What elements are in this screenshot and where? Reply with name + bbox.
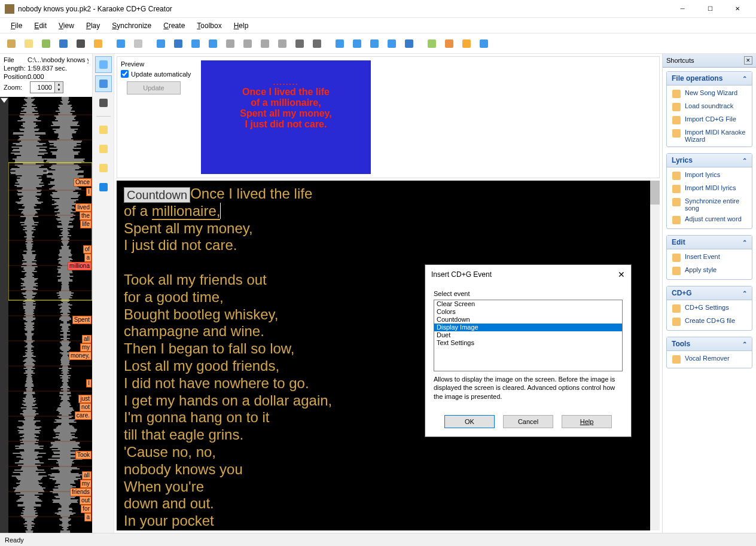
- zoom-up[interactable]: ▲: [55, 82, 63, 87]
- wave-label[interactable]: all: [82, 335, 92, 343]
- wave-label[interactable]: all: [82, 471, 92, 480]
- wave-label[interactable]: for: [81, 505, 92, 513]
- mid-pin-icon[interactable]: [95, 179, 112, 196]
- group-header[interactable]: Edit⌃: [667, 236, 752, 249]
- event-option[interactable]: Duet: [434, 331, 622, 339]
- menu-create[interactable]: Create: [157, 19, 191, 32]
- event-listbox[interactable]: Clear ScreenColorsCountdownDisplay Image…: [434, 300, 623, 371]
- music-icon[interactable]: [90, 36, 106, 51]
- wave-label[interactable]: money,: [69, 352, 92, 360]
- group-header[interactable]: CD+G⌃: [667, 286, 752, 300]
- mic-icon[interactable]: [170, 36, 186, 51]
- undo-icon[interactable]: [113, 36, 129, 51]
- forward-icon[interactable]: [275, 36, 290, 51]
- event-option[interactable]: Clear Screen: [434, 300, 622, 308]
- shortcut-item[interactable]: Import MIDI lyrics: [672, 184, 747, 194]
- mid-bc-icon[interactable]: [95, 56, 112, 73]
- shortcut-item[interactable]: New Song Wizard: [672, 89, 747, 99]
- menu-synchronize[interactable]: Synchronize: [106, 19, 157, 32]
- lyrics-scrollbar[interactable]: [650, 181, 660, 530]
- wave-label[interactable]: I: [86, 379, 92, 388]
- import-icon[interactable]: [384, 36, 400, 51]
- menu-edit[interactable]: Edit: [28, 19, 53, 32]
- cancel-button[interactable]: Cancel: [503, 415, 553, 428]
- burn-icon[interactable]: [459, 36, 474, 51]
- wave-label[interactable]: just: [78, 395, 92, 403]
- menu-view[interactable]: View: [53, 19, 80, 32]
- shortcut-item[interactable]: Apply style: [672, 266, 747, 276]
- menu-toolbox[interactable]: Toolbox: [191, 19, 227, 32]
- event-option[interactable]: Colors: [434, 308, 622, 316]
- update-auto-input[interactable]: [121, 70, 129, 78]
- shortcut-item[interactable]: Synchronize entire song: [672, 197, 747, 212]
- wave-label[interactable]: Once: [74, 178, 92, 187]
- zoom-spinner[interactable]: ▲▼: [30, 81, 63, 93]
- event-option[interactable]: Display Image: [434, 324, 622, 331]
- menu-help[interactable]: Help: [228, 19, 255, 32]
- waveform-track[interactable]: OnceIlivedthelifeofamillionaSpentallmymo…: [0, 97, 92, 533]
- shortcut-item[interactable]: Import lyrics: [672, 171, 747, 181]
- soundtrack-icon[interactable]: [153, 36, 169, 51]
- speaker-icon[interactable]: [309, 36, 325, 51]
- spellcheck-icon[interactable]: [401, 36, 417, 51]
- shortcut-item[interactable]: CD+G Settings: [672, 304, 747, 313]
- shortcut-item[interactable]: Load soundtrack: [672, 102, 747, 112]
- paste-icon[interactable]: [349, 36, 365, 51]
- zoom-down[interactable]: ▼: [55, 87, 63, 93]
- maximize-button[interactable]: ☐: [696, 0, 724, 18]
- wave-label[interactable]: I: [86, 188, 92, 196]
- shortcut-item[interactable]: Import CD+G File: [672, 115, 747, 125]
- wave-label[interactable]: of: [83, 245, 92, 254]
- help-icon[interactable]: [476, 36, 492, 51]
- ok-button[interactable]: OK: [444, 415, 495, 428]
- wave-label[interactable]: a: [84, 254, 92, 262]
- new-icon[interactable]: [21, 36, 36, 51]
- menu-file[interactable]: File: [5, 19, 28, 32]
- rewind-icon[interactable]: [257, 36, 273, 51]
- dialog-close-icon[interactable]: ✕: [618, 270, 625, 279]
- stop-icon[interactable]: [240, 36, 255, 51]
- zoom-input[interactable]: [31, 82, 54, 93]
- wave-label[interactable]: the: [80, 212, 92, 220]
- shortcut-item[interactable]: Create CD+G file: [672, 317, 747, 327]
- help-button[interactable]: Help: [562, 415, 612, 428]
- disc-icon[interactable]: [424, 36, 440, 51]
- wave-label[interactable]: out: [80, 496, 92, 505]
- wizard-icon[interactable]: [4, 36, 19, 51]
- wave-label[interactable]: my: [80, 343, 92, 352]
- wave-label[interactable]: friends: [70, 488, 92, 496]
- mid-image-icon[interactable]: [95, 75, 112, 92]
- timer-icon[interactable]: [292, 36, 307, 51]
- close-button[interactable]: ✕: [724, 0, 751, 18]
- brush-icon[interactable]: [441, 36, 457, 51]
- update-button[interactable]: Update: [127, 81, 181, 94]
- update-auto-checkbox[interactable]: Update automaticaly: [121, 70, 199, 78]
- mid-copy-icon[interactable]: [95, 121, 112, 138]
- minimize-button[interactable]: ─: [669, 0, 696, 18]
- shortcut-item[interactable]: Import MIDI Karaoke Wizard: [672, 129, 747, 143]
- wave-label[interactable]: Took: [75, 451, 92, 459]
- wave-label[interactable]: life: [80, 220, 92, 228]
- wave-label[interactable]: my: [80, 480, 92, 488]
- wave-label[interactable]: lived: [75, 203, 92, 212]
- event-option[interactable]: Text Settings: [434, 339, 622, 347]
- open-icon[interactable]: [38, 36, 54, 51]
- countdown-tag[interactable]: Countdown: [124, 187, 190, 203]
- mid-monitor-icon[interactable]: [95, 94, 112, 111]
- wave-label[interactable]: a: [84, 513, 92, 521]
- event-option[interactable]: Countdown: [434, 316, 622, 324]
- mid-clipboard-icon[interactable]: [95, 160, 112, 176]
- redo-icon[interactable]: [130, 36, 146, 51]
- play-sync-icon[interactable]: [188, 36, 203, 51]
- shortcut-item[interactable]: Vocal Remover: [672, 355, 747, 364]
- wave-label[interactable]: not: [80, 403, 92, 411]
- export-icon[interactable]: [367, 36, 382, 51]
- group-header[interactable]: File operations⌃: [667, 72, 752, 86]
- shortcut-item[interactable]: Adjust current word: [672, 215, 747, 225]
- shortcuts-close-icon[interactable]: ✕: [744, 56, 752, 65]
- shortcut-item[interactable]: Insert Event: [672, 253, 747, 263]
- scrollbar-thumb[interactable]: [650, 181, 660, 205]
- save-icon[interactable]: [56, 36, 71, 51]
- play-icon[interactable]: [205, 36, 221, 51]
- wave-label[interactable]: care.: [75, 411, 92, 420]
